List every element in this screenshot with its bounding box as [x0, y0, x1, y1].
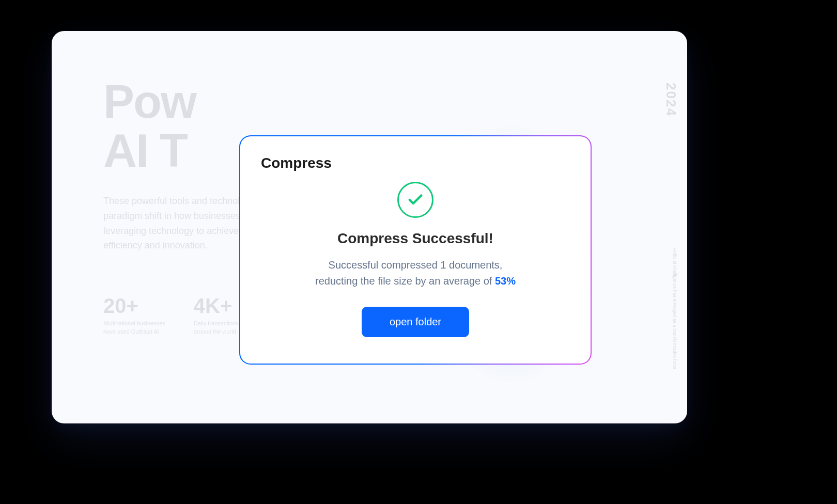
open-folder-button[interactable]: open folder: [362, 307, 469, 337]
bg-year: 2024: [663, 83, 679, 117]
success-body-line1: Successful compressed 1 documents,: [329, 259, 503, 271]
success-body-line2-prefix: reducting the file size by an average of: [315, 275, 495, 287]
bg-sidetext: Artificial intelligence has emerged as a…: [671, 248, 678, 372]
modal-title: Compress: [261, 155, 570, 171]
bg-title-line2: AI T: [103, 125, 187, 177]
percent-value: 53%: [495, 275, 516, 287]
success-heading: Compress Successful!: [261, 230, 570, 247]
compress-modal: Compress Compress Successful! Successful…: [240, 136, 591, 364]
checkmark-circle-icon: [397, 182, 433, 218]
bg-stat-value: 20+: [103, 294, 165, 318]
app-card: Pow AI T These powerful tools and techno…: [52, 31, 687, 423]
success-body: Successful compressed 1 documents, reduc…: [261, 257, 570, 289]
bg-title-line1: Pow: [103, 76, 196, 128]
success-icon-container: [261, 182, 570, 218]
bg-stat-item: 20+ Multinational businesses have used O…: [103, 294, 165, 336]
bg-stat-label: Multinational businesses have used Outbl…: [103, 320, 165, 336]
button-container: open folder: [261, 307, 570, 337]
